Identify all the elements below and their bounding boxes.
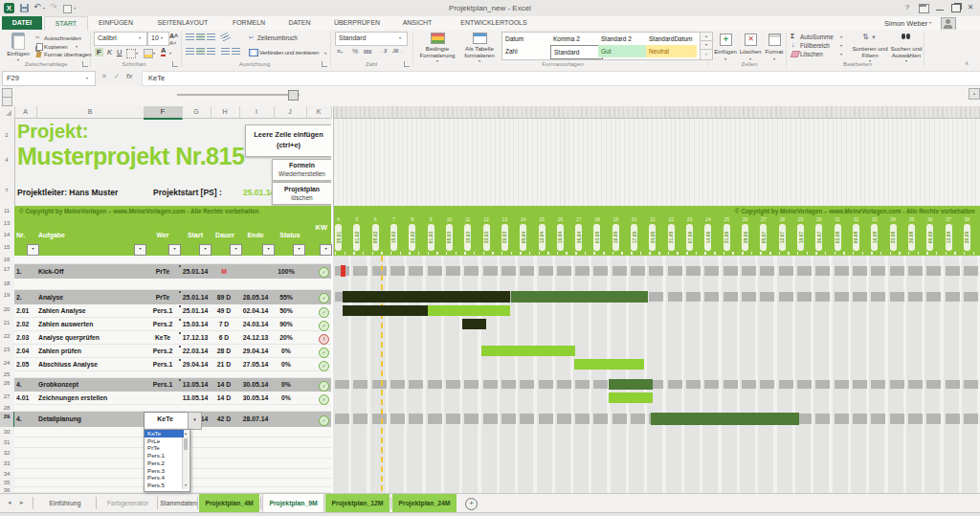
row-header-11[interactable]: 11 (0, 206, 13, 218)
paste-button[interactable]: Einfügen ▾ (4, 33, 33, 63)
row-header-2[interactable]: 2 (0, 130, 13, 155)
task-start[interactable]: 25.01.14 (178, 304, 212, 318)
row-header-32[interactable]: 32 (0, 448, 13, 459)
filter-button[interactable]: ▾ (168, 244, 181, 256)
form-slider-track[interactable] (177, 94, 300, 96)
sheet-tab-stammdaten[interactable]: Stammdaten (159, 494, 198, 512)
task-name[interactable]: Analyse querprüfen (38, 331, 142, 345)
task-nr[interactable]: 2.02 (16, 318, 35, 331)
row-header-21[interactable]: 21 (0, 318, 13, 331)
select-all-corner[interactable] (0, 106, 15, 118)
task-nr[interactable]: 1. (16, 264, 35, 279)
merge-center-button[interactable]: Verbinden und zentrieren (259, 50, 319, 56)
task-start[interactable]: 13.05.14 (178, 392, 212, 405)
task-dur[interactable]: 21 D (209, 358, 239, 371)
task-dur[interactable]: M (209, 264, 239, 279)
task-status[interactable]: 50% (270, 304, 302, 318)
task-start[interactable]: 13.05.14 (178, 378, 212, 392)
ribbon-tab-überprüfen[interactable]: ÜBERPRÜFEN (323, 16, 390, 30)
ribbon-display-options-icon[interactable] (919, 4, 929, 13)
row-header-31[interactable]: 31 (0, 437, 13, 448)
fill-color-dropdown-icon[interactable]: ▾ (153, 51, 155, 56)
task-end[interactable]: 27.05.14 (237, 358, 274, 371)
task-who[interactable]: Pers.2 (144, 345, 182, 358)
ribbon-tab-start[interactable]: START (44, 16, 88, 31)
task-nr[interactable]: 4.01 (16, 392, 35, 405)
gantt-bar-planned[interactable] (574, 359, 644, 370)
wrap-text-button[interactable]: Zeilenumbruch (257, 34, 298, 41)
align-right-icon[interactable] (207, 48, 215, 55)
number-format-select[interactable]: Standard ▾ (335, 32, 408, 46)
gantt-bar-active[interactable] (609, 379, 653, 390)
task-name[interactable]: Kick-Off (38, 264, 142, 279)
task-start[interactable]: 17.12.13 (178, 331, 212, 345)
copy-button[interactable]: Kopieren ▾ (35, 42, 89, 50)
task-dur[interactable]: 7 D (209, 318, 239, 331)
column-header-A[interactable]: A (14, 106, 37, 118)
task-end[interactable]: 02.04.14 (237, 304, 274, 318)
task-who[interactable]: PrTe (144, 264, 182, 279)
form-slider-handle[interactable] (288, 90, 299, 101)
style-cell-gut[interactable]: Gut (598, 45, 649, 57)
row-header-13[interactable]: 13 (0, 218, 13, 230)
conditional-formatting-button[interactable]: Bedingte Formatierung ▾ (415, 32, 459, 66)
underline-button[interactable]: U (115, 48, 123, 56)
minimize-icon[interactable] (936, 10, 944, 11)
task-status[interactable]: 90% (270, 318, 302, 331)
help-icon[interactable]: ? (902, 3, 913, 11)
ribbon-tab-daten[interactable]: DATEN (278, 16, 322, 30)
task-end[interactable]: 24.03.14 (237, 318, 274, 331)
row-header-25[interactable]: 25 (0, 371, 13, 378)
task-nr[interactable]: 4. (16, 412, 35, 427)
formula-cancel-icon[interactable]: ✕ (101, 73, 107, 80)
gantt-bar-planned[interactable] (609, 393, 653, 403)
grow-font-button[interactable]: A˄ (169, 33, 178, 39)
dialog-launcher-icon[interactable] (172, 61, 178, 67)
align-left-icon[interactable] (186, 48, 194, 55)
increase-indent-icon[interactable] (232, 48, 240, 55)
scroll-up-icon[interactable]: ▴ (969, 88, 980, 100)
task-end[interactable] (237, 264, 274, 279)
row-header-34[interactable]: 34 (0, 469, 13, 479)
task-name[interactable]: Detailplanung (38, 412, 142, 427)
column-header-B[interactable]: B (36, 106, 145, 118)
outline-level2-button[interactable] (2, 97, 12, 106)
task-status[interactable]: 0% (270, 378, 302, 392)
row-header-19[interactable]: 19 (0, 290, 13, 304)
task-nr[interactable]: 2.05 (16, 358, 35, 371)
column-header-J[interactable]: J (274, 106, 307, 118)
task-nr[interactable]: 2.03 (16, 331, 35, 345)
merge-center-dropdown-icon[interactable]: ▾ (324, 51, 326, 56)
style-cell-zahl[interactable]: Zahl (502, 45, 553, 57)
formula-input[interactable]: KeTe (142, 71, 980, 86)
font-color-dropdown-icon[interactable]: ▾ (169, 51, 171, 56)
clear-button[interactable]: Löschen ▾ (791, 50, 846, 57)
accounting-format-icon[interactable]: ¤▾ (337, 48, 343, 55)
close-icon[interactable]: ✕ (965, 3, 976, 11)
user-name[interactable]: Simon Weber (884, 19, 927, 28)
task-who[interactable]: Pers.1 (144, 358, 182, 371)
task-dur[interactable]: 89 D (209, 290, 239, 304)
fx-icon[interactable]: fx (126, 72, 132, 80)
task-end[interactable]: 28.07.14 (237, 412, 274, 427)
format-painter-button[interactable]: Format übertragen (35, 51, 89, 58)
task-end[interactable]: 30.05.14 (237, 392, 274, 405)
task-name[interactable]: Abschluss Analyse (38, 358, 142, 371)
dropdown-option-pers5[interactable]: Pers.5 (145, 482, 184, 489)
row-header-17[interactable]: 17 (0, 264, 13, 279)
style-cell-komma-2[interactable]: Komma 2 (550, 33, 601, 45)
ribbon-tab-entwicklertools[interactable]: ENTWICKLERTOOLS (444, 16, 544, 30)
tab-scroll-right-icon[interactable]: ▸ (20, 499, 24, 506)
task-nr[interactable]: 2. (16, 290, 35, 304)
filter-button[interactable]: ▾ (262, 244, 275, 256)
row-header-35[interactable]: 35 (0, 479, 13, 487)
task-who[interactable] (144, 392, 182, 405)
name-box[interactable]: F29 ▾ (2, 71, 96, 86)
ribbon-tab-formeln[interactable]: FORMELN (222, 16, 276, 30)
column-header-H[interactable]: H (211, 106, 240, 118)
task-nr[interactable]: 4. (16, 378, 35, 392)
font-size-select[interactable]: 10 ▾ (147, 32, 169, 46)
task-end[interactable]: 24.12.13 (237, 331, 274, 345)
user-dropdown-icon[interactable]: ▾ (929, 20, 931, 25)
row-header-23[interactable]: 23 (0, 345, 13, 358)
